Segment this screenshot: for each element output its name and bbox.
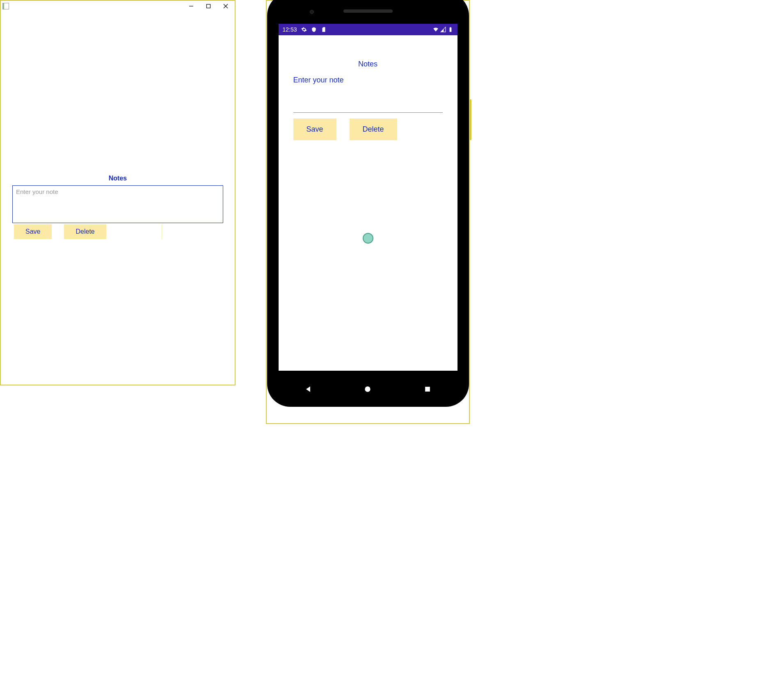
divider	[162, 224, 162, 239]
circle-home-icon	[364, 385, 372, 393]
svg-point-4	[365, 386, 371, 392]
spacer	[1, 11, 235, 175]
close-button[interactable]	[222, 2, 230, 10]
minimize-button[interactable]	[187, 2, 195, 10]
phone-body: 12:53	[267, 0, 469, 407]
notes-title: Notes	[293, 60, 443, 68]
note-input[interactable]: Enter your note	[293, 76, 443, 113]
delete-button[interactable]: Delete	[350, 119, 397, 140]
maximize-icon	[206, 4, 211, 9]
sd-card-icon	[321, 27, 327, 32]
status-left: 12:53	[283, 26, 327, 33]
phone-bezel-top	[273, 0, 463, 24]
shield-icon	[311, 27, 317, 32]
button-row-wrap: Save Delete	[1, 224, 235, 239]
gear-icon	[301, 27, 307, 32]
desktop-content: Notes Save Delete	[1, 11, 235, 239]
delete-button[interactable]: Delete	[64, 224, 106, 239]
battery-icon	[448, 27, 453, 32]
recent-button[interactable]	[423, 385, 432, 393]
triangle-back-icon	[304, 385, 312, 393]
status-right	[433, 27, 453, 32]
square-recent-icon	[423, 385, 432, 393]
close-icon	[223, 4, 228, 9]
minimize-icon	[189, 4, 194, 9]
speaker-icon	[343, 9, 393, 13]
titlebar	[1, 1, 235, 11]
phone-inner: 12:53	[273, 0, 463, 401]
phone-app-content: Notes Enter your note Save Delete	[279, 35, 457, 140]
note-input[interactable]	[12, 185, 223, 223]
maximize-button[interactable]	[204, 2, 213, 10]
touch-indicator-icon	[363, 233, 373, 244]
app-icon	[2, 3, 9, 9]
save-button[interactable]: Save	[293, 119, 336, 140]
svg-rect-1	[207, 5, 210, 8]
button-row: Save Delete	[293, 119, 443, 140]
phone-screen: 12:53	[279, 24, 457, 371]
home-button[interactable]	[364, 385, 372, 393]
status-time: 12:53	[283, 26, 297, 33]
note-placeholder: Enter your note	[293, 76, 443, 84]
back-button[interactable]	[304, 385, 312, 393]
save-button[interactable]: Save	[14, 224, 52, 239]
camera-icon	[310, 10, 314, 14]
button-row: Save Delete	[1, 224, 235, 239]
wifi-icon	[433, 27, 439, 32]
notes-title: Notes	[1, 175, 235, 182]
nav-bar	[279, 377, 457, 401]
signal-icon	[440, 27, 446, 32]
phone-frame: 12:53	[266, 0, 470, 424]
desktop-window: Notes Save Delete	[0, 0, 236, 385]
status-bar: 12:53	[279, 24, 457, 35]
power-button	[470, 99, 471, 140]
svg-rect-5	[425, 387, 430, 392]
window-controls	[187, 2, 233, 10]
